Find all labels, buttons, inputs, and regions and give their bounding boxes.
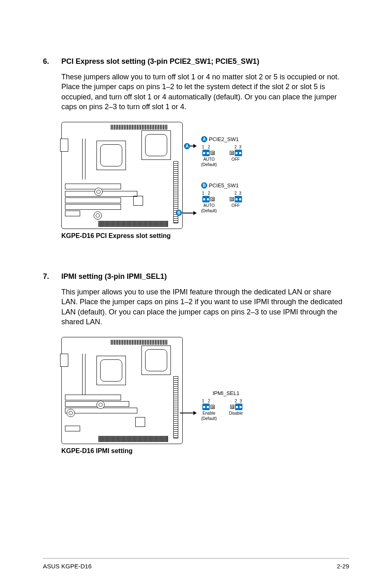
diagram-caption: KGPE-D16 PCI Express slot setting — [61, 232, 349, 240]
section-body: This jumper allows you to use the IPMI f… — [61, 287, 349, 327]
pin-num: 3 — [240, 399, 242, 403]
jumper-label: AUTO — [201, 157, 217, 162]
motherboard-diagram — [61, 122, 183, 229]
pin-num: 2 — [235, 399, 237, 403]
legend-title: PCIE2_SW1 — [209, 136, 239, 142]
marker-a: A — [184, 143, 190, 149]
section-body: These jumpers allow you to turn off slot… — [61, 72, 349, 112]
legend-title: IPMI_SEL1 — [213, 390, 240, 396]
pin-num: 3 — [239, 191, 242, 195]
jumper-auto: 1 2 3 AUTO (Default) — [201, 191, 217, 213]
pin-num: 2 — [208, 145, 210, 149]
footer-left: ASUS KGPE-D16 — [43, 563, 92, 570]
jumper-label: (Default) — [201, 209, 217, 213]
jumper-enable: 1 2 3 Enable (Default) — [201, 399, 217, 421]
diagram-caption: KGPE-D16 IPMI setting — [61, 447, 349, 455]
jumper-label: Disable — [229, 411, 242, 415]
jumper-label: AUTO — [201, 203, 217, 208]
pin-num: 2 — [208, 191, 210, 195]
pin-num: 2 — [208, 399, 210, 403]
jumper-label: Enable — [201, 411, 217, 415]
legend-marker-a: A — [201, 136, 207, 142]
arrow-icon — [190, 146, 196, 146]
arrow-icon — [180, 413, 196, 413]
jumper-label: (Default) — [201, 162, 217, 167]
pin-num: 1 — [202, 145, 204, 149]
pin-num: 1 — [202, 191, 204, 195]
jumper-off: 1 2 3 OFF — [229, 191, 242, 213]
jumper-auto: 1 2 3 AUTO (Default) — [201, 145, 217, 167]
arrow-icon — [182, 213, 196, 213]
jumper-label: (Default) — [201, 416, 217, 421]
legend-marker-b: B — [201, 182, 207, 189]
section-heading: PCI Express slot setting (3-pin PCIE2_SW… — [61, 57, 349, 66]
jumper-disable: 1 2 3 Disable — [229, 399, 242, 421]
section-number: 6. — [43, 57, 61, 268]
section-heading: IPMI setting (3-pin IPMI_SEL1) — [61, 272, 349, 281]
pin-num: 2 — [235, 191, 237, 195]
jumper-label: OFF — [229, 157, 242, 162]
jumper-off: 1 2 3 OFF — [229, 145, 242, 167]
footer-right: 2-29 — [337, 563, 349, 570]
pin-num: 1 — [202, 399, 204, 403]
jumper-label: OFF — [229, 203, 242, 208]
pin-num: 3 — [239, 145, 242, 149]
pin-num: 2 — [235, 145, 237, 149]
section-number: 7. — [43, 272, 61, 455]
motherboard-diagram — [61, 337, 183, 444]
legend-title: PCIE5_SW1 — [209, 182, 239, 189]
